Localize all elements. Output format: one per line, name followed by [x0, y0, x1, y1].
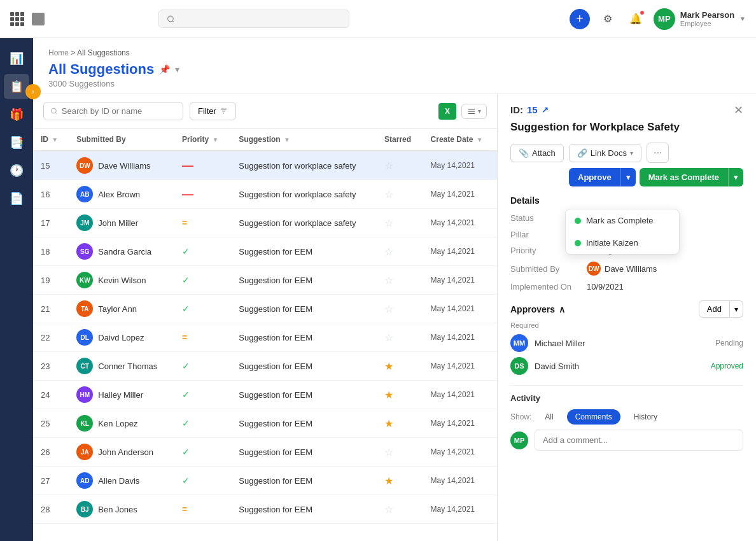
mark-complete-button[interactable]: Mark as Complete: [640, 168, 728, 186]
dropdown-item-mark-complete-label: Mark as Complete: [586, 216, 653, 225]
user-cell: DW Dave Williams: [76, 157, 167, 174]
cell-date: May 14,2021: [423, 295, 497, 323]
sidebar-item-list[interactable]: 📋: [4, 74, 29, 99]
filter-button[interactable]: Filter: [190, 102, 236, 120]
star-icon[interactable]: ★: [384, 361, 393, 372]
attach-button[interactable]: 📎 Attach: [510, 144, 564, 162]
cell-id: 27: [33, 467, 69, 495]
sidebar-item-gift[interactable]: 🎁: [4, 102, 29, 127]
implemented-on-label: Implemented On: [510, 282, 587, 292]
dropdown-item-initiate-kaizen[interactable]: Initiate Kaizen: [566, 232, 679, 254]
col-starred[interactable]: Starred: [377, 129, 423, 151]
cell-starred: ☆: [377, 495, 423, 524]
detail-id: ID: 15 ↗: [510, 104, 549, 115]
app-grid-icon[interactable]: [10, 12, 24, 26]
global-search-input[interactable]: Search: [180, 14, 341, 24]
col-create-date[interactable]: Create Date ▼: [423, 129, 497, 151]
add-approver-dropdown[interactable]: ▾: [730, 300, 743, 318]
add-button[interactable]: +: [570, 9, 590, 29]
table-row[interactable]: 23 CT Conner Thomas ✓ Suggestion for EEM…: [33, 352, 497, 381]
tab-history[interactable]: History: [626, 409, 666, 425]
col-submitted-by[interactable]: Submitted By: [69, 129, 174, 151]
notifications-button[interactable]: 🔔: [626, 9, 646, 29]
table-row[interactable]: 16 AB Alex Brown — Suggestion for workpl…: [33, 180, 497, 209]
table-row[interactable]: 25 KL Ken Lopez ✓ Suggestion for EEM ★ M…: [33, 409, 497, 438]
list-search-input[interactable]: [62, 106, 176, 116]
cell-starred: ☆: [377, 151, 423, 180]
col-id[interactable]: ID ▼: [33, 129, 69, 151]
add-approver-button[interactable]: Add: [699, 300, 730, 318]
sidebar-item-docs[interactable]: 📄: [4, 186, 29, 211]
title-chevron-icon[interactable]: ▾: [175, 64, 179, 74]
row-avatar: AD: [76, 472, 93, 489]
table-row[interactable]: 24 HM Hailey Miller ✓ Suggestion for EEM…: [33, 381, 497, 409]
global-search-bar[interactable]: Search: [158, 10, 349, 28]
table-row[interactable]: 27 AD Allen Davis ✓ Suggestion for EEM ★…: [33, 467, 497, 495]
row-name: John Miller: [98, 218, 138, 228]
table-row[interactable]: 17 JM John Miller = Suggestion for workp…: [33, 209, 497, 237]
mark-complete-dropdown-button[interactable]: ▾: [728, 168, 743, 186]
user-area[interactable]: MP Mark Pearson Employee ▼: [654, 8, 746, 30]
tab-all[interactable]: All: [536, 409, 561, 425]
priority-high-icon: —: [182, 159, 193, 172]
dropdown-item-mark-complete[interactable]: Mark as Complete: [566, 209, 679, 232]
cell-priority: —: [174, 180, 231, 209]
cell-submitted-by: SG Sandra Garcia: [69, 237, 174, 266]
sidebar-item-tasks[interactable]: 📑: [4, 130, 29, 155]
view-toggle-button[interactable]: ▾: [461, 104, 487, 119]
col-suggestion[interactable]: Suggestion ▼: [231, 129, 377, 151]
breadcrumb-current: All Suggestions: [77, 48, 130, 57]
comment-input[interactable]: [535, 430, 743, 451]
cell-submitted-by: DL Daivd Lopez: [69, 323, 174, 352]
cell-suggestion: Suggestion for workplace safety: [231, 180, 377, 209]
settings-button[interactable]: ⚙: [598, 9, 618, 29]
external-link-icon[interactable]: ↗: [542, 105, 549, 115]
table-row[interactable]: 28 BJ Ben Jones = Suggestion for EEM ☆ M…: [33, 495, 497, 524]
star-icon[interactable]: ☆: [384, 189, 393, 200]
cell-date: May 14,2021: [423, 237, 497, 266]
show-label: Show:: [510, 412, 531, 421]
cell-date: May 14,2021: [423, 209, 497, 237]
star-icon[interactable]: ☆: [384, 447, 393, 458]
list-search-icon: [50, 107, 58, 115]
table-row[interactable]: 18 SG Sandra Garcia ✓ Suggestion for EEM…: [33, 237, 497, 266]
table-row[interactable]: 15 DW Dave Williams — Suggestion for wor…: [33, 151, 497, 180]
table-row[interactable]: 26 JA John Anderson ✓ Suggestion for EEM…: [33, 438, 497, 467]
star-icon[interactable]: ★: [384, 475, 393, 486]
pin-icon[interactable]: 📌: [159, 64, 170, 74]
priority-low-icon: ✓: [182, 246, 190, 256]
col-priority[interactable]: Priority ▼: [174, 129, 231, 151]
attach-label: Attach: [532, 148, 556, 158]
approve-dropdown-button[interactable]: ▾: [620, 168, 636, 186]
cell-id: 26: [33, 438, 69, 467]
table-row[interactable]: 21 TA Taylor Ann ✓ Suggestion for EEM ☆ …: [33, 295, 497, 323]
sidebar-item-dashboard[interactable]: 📊: [4, 46, 29, 71]
row-avatar: DW: [76, 157, 93, 174]
cell-id: 17: [33, 209, 69, 237]
approve-button[interactable]: Approve: [569, 168, 620, 186]
star-icon[interactable]: ☆: [384, 304, 393, 314]
breadcrumb-home[interactable]: Home: [48, 48, 69, 57]
cell-suggestion: Suggestion for workplace safety: [231, 209, 377, 237]
star-icon[interactable]: ☆: [384, 246, 393, 257]
star-icon[interactable]: ☆: [384, 218, 393, 228]
sidebar-item-clock[interactable]: 🕐: [4, 158, 29, 183]
star-icon[interactable]: ★: [384, 390, 393, 400]
table-row[interactable]: 19 KW Kevin Wilson ✓ Suggestion for EEM …: [33, 266, 497, 295]
detail-close-button[interactable]: ✕: [734, 104, 743, 116]
star-icon[interactable]: ☆: [384, 275, 393, 286]
star-icon[interactable]: ☆: [384, 332, 393, 343]
excel-export-button[interactable]: X: [438, 103, 456, 120]
tab-comments[interactable]: Comments: [567, 409, 620, 425]
cell-submitted-by: TA Taylor Ann: [69, 295, 174, 323]
table-row[interactable]: 22 DL Daivd Lopez = Suggestion for EEM ☆…: [33, 323, 497, 352]
star-icon[interactable]: ☆: [384, 160, 393, 171]
star-icon[interactable]: ☆: [384, 504, 393, 515]
link-docs-button[interactable]: 🔗 Link Docs ▾: [569, 144, 641, 162]
cell-date: May 14,2021: [423, 467, 497, 495]
sidebar-collapse-button[interactable]: ›: [25, 84, 41, 99]
star-icon[interactable]: ★: [384, 418, 393, 429]
more-options-button[interactable]: ···: [647, 143, 669, 163]
svg-point-0: [168, 16, 174, 22]
list-search-wrap[interactable]: [43, 102, 183, 120]
